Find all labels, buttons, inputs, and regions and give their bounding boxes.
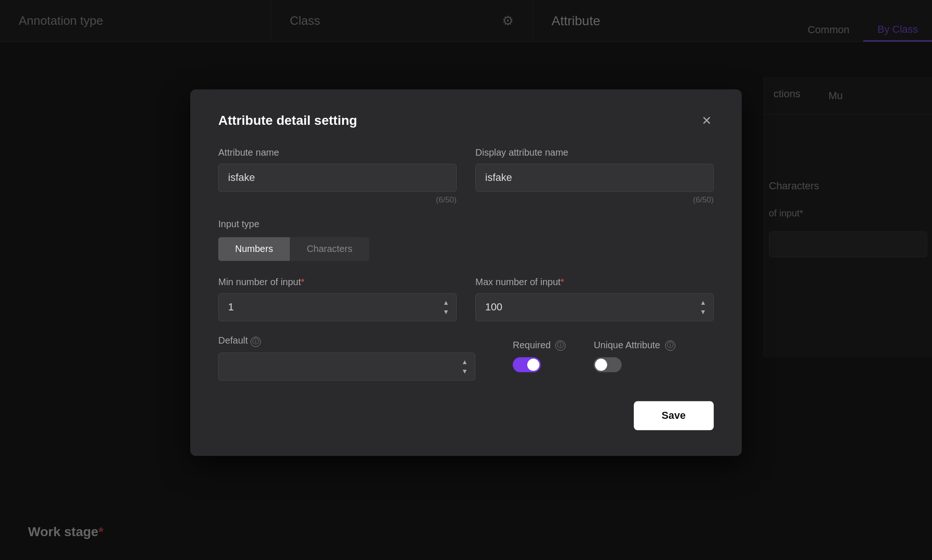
save-button[interactable]: Save	[634, 401, 714, 430]
required-knob	[527, 359, 539, 371]
min-spin-up[interactable]: ▲	[441, 298, 451, 307]
input-type-section: Input type Numbers Characters	[218, 219, 714, 261]
max-input-wrap: ▲ ▼	[475, 293, 714, 321]
attribute-name-input[interactable]	[218, 164, 457, 192]
display-name-input[interactable]	[475, 164, 714, 192]
default-spin-up[interactable]: ▲	[459, 358, 470, 366]
display-name-counter: (6/50)	[475, 195, 714, 205]
characters-button[interactable]: Characters	[290, 237, 369, 261]
min-spin-buttons: ▲ ▼	[441, 298, 451, 316]
default-info-icon[interactable]: ⓘ	[251, 337, 261, 347]
input-type-toggle: Numbers Characters	[218, 237, 369, 261]
unique-label-row: Unique Attribute ⓘ	[594, 340, 675, 351]
max-spin-up[interactable]: ▲	[698, 298, 708, 307]
display-name-field: Display attribute name (6/50)	[475, 147, 714, 205]
required-slider	[513, 357, 541, 372]
min-label: Min number of input*	[218, 277, 457, 287]
min-input[interactable]	[218, 293, 457, 321]
default-input[interactable]	[218, 352, 475, 381]
modal-footer: Save	[218, 401, 714, 430]
max-input[interactable]	[475, 293, 714, 321]
unique-slider	[594, 357, 622, 372]
unique-toggle[interactable]	[594, 357, 622, 372]
required-label-row: Required ⓘ	[513, 340, 566, 351]
required-toggle[interactable]	[513, 357, 541, 372]
display-name-label: Display attribute name	[475, 147, 714, 158]
max-label: Max number of input*	[475, 277, 714, 287]
default-spin-buttons: ▲ ▼	[459, 358, 470, 375]
min-max-row: Min number of input* ▲ ▼ Max number of i…	[218, 277, 714, 321]
max-field: Max number of input* ▲ ▼	[475, 277, 714, 321]
unique-toggle-group: Unique Attribute ⓘ	[594, 340, 675, 372]
attribute-name-counter: (6/50)	[218, 195, 457, 205]
max-spin-down[interactable]: ▼	[698, 308, 708, 316]
attribute-name-label: Attribute name	[218, 147, 457, 158]
default-toggles-row: Default ⓘ ▲ ▼ Required ⓘ	[218, 335, 714, 381]
min-field: Min number of input* ▲ ▼	[218, 277, 457, 321]
modal-title: Attribute detail setting	[218, 113, 357, 128]
attribute-name-field: Attribute name (6/50)	[218, 147, 457, 205]
modal-dialog: Attribute detail setting ✕ Attribute nam…	[190, 89, 742, 456]
numbers-button[interactable]: Numbers	[218, 237, 290, 261]
default-spin-down[interactable]: ▼	[459, 367, 470, 375]
default-section: Default ⓘ ▲ ▼	[218, 335, 475, 381]
default-label: Default ⓘ	[218, 335, 475, 347]
name-fields-row: Attribute name (6/50) Display attribute …	[218, 147, 714, 205]
unique-info-icon[interactable]: ⓘ	[665, 340, 675, 351]
input-type-label: Input type	[218, 219, 714, 230]
min-input-wrap: ▲ ▼	[218, 293, 457, 321]
max-spin-buttons: ▲ ▼	[698, 298, 708, 316]
min-spin-down[interactable]: ▼	[441, 308, 451, 316]
toggles-section: Required ⓘ Unique Attribute ⓘ	[513, 335, 675, 372]
required-toggle-group: Required ⓘ	[513, 340, 566, 372]
close-button[interactable]: ✕	[700, 113, 714, 129]
required-info-icon[interactable]: ⓘ	[555, 340, 566, 351]
unique-knob	[595, 359, 607, 371]
default-field-wrap: ▲ ▼	[218, 352, 475, 381]
modal-header: Attribute detail setting ✕	[218, 113, 714, 129]
